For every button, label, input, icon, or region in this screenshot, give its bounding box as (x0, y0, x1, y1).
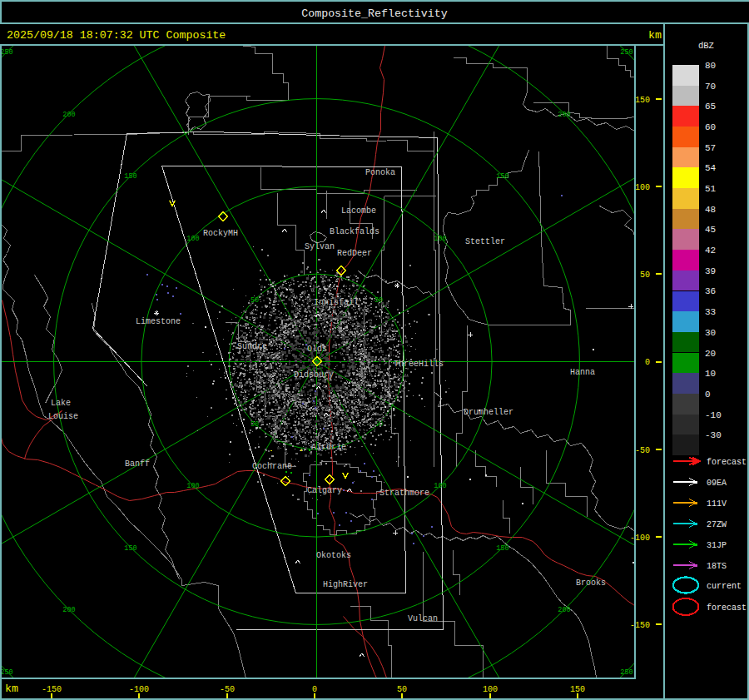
svg-text:Okotoks: Okotoks (316, 551, 351, 560)
svg-text:Strathmore: Strathmore (379, 489, 429, 498)
svg-text:36: 36 (705, 286, 716, 296)
svg-text:54: 54 (705, 163, 717, 173)
svg-text:50: 50 (397, 685, 407, 694)
svg-text:0: 0 (645, 358, 650, 367)
svg-text:51: 51 (705, 184, 717, 194)
svg-text:-150: -150 (630, 621, 650, 630)
svg-text:250: 250 (0, 668, 12, 677)
svg-text:200: 200 (558, 606, 570, 614)
svg-text:Hanna: Hanna (570, 368, 595, 377)
svg-text:-100: -100 (129, 685, 149, 694)
svg-text:current: current (707, 582, 742, 591)
svg-text:48: 48 (705, 205, 716, 215)
svg-text:Limestone: Limestone (136, 317, 181, 326)
svg-text:Louise: Louise (48, 412, 78, 421)
svg-text:70: 70 (705, 82, 716, 92)
svg-text:Didsbury: Didsbury (294, 370, 334, 380)
svg-text:Sylvan: Sylvan (305, 242, 335, 251)
svg-text:-30: -30 (705, 430, 722, 440)
svg-text:Cochrane: Cochrane (252, 462, 292, 471)
svg-text:10: 10 (705, 369, 716, 379)
svg-text:150: 150 (124, 544, 136, 553)
svg-text:Brooks: Brooks (576, 578, 606, 588)
svg-text:42: 42 (705, 246, 716, 256)
svg-text:150: 150 (635, 96, 650, 105)
svg-text:-100: -100 (630, 534, 650, 543)
svg-text:200: 200 (62, 606, 75, 614)
svg-text:150: 150 (570, 685, 585, 694)
svg-text:RockyMH: RockyMH (203, 229, 238, 238)
svg-text:100: 100 (434, 482, 446, 490)
svg-text:65: 65 (705, 102, 716, 112)
svg-text:Lacombe: Lacombe (341, 206, 376, 216)
svg-text:250: 250 (620, 668, 632, 677)
svg-text:100: 100 (434, 235, 446, 243)
svg-text:Calgary: Calgary (307, 486, 342, 495)
svg-text:20: 20 (705, 349, 716, 359)
svg-text:39: 39 (705, 266, 716, 276)
svg-text:km: km (5, 683, 18, 695)
svg-text:100: 100 (186, 482, 199, 490)
svg-text:0: 0 (312, 685, 317, 694)
svg-text:27ZW: 27ZW (707, 520, 727, 529)
svg-text:Olds: Olds (307, 345, 327, 354)
svg-text:Stettler: Stettler (465, 237, 505, 246)
svg-text:18TS: 18TS (707, 562, 727, 571)
svg-text:Drumheller: Drumheller (464, 408, 513, 417)
svg-text:33: 33 (705, 307, 716, 317)
svg-text:100: 100 (635, 183, 650, 192)
svg-text:-10: -10 (705, 410, 722, 420)
svg-text:Banff: Banff (125, 459, 150, 469)
svg-text:150: 150 (496, 544, 508, 553)
svg-text:Innisfail: Innisfail (314, 298, 359, 307)
svg-text:Airdrie: Airdrie (311, 443, 346, 452)
svg-text:-50: -50 (220, 685, 235, 694)
svg-text:HighRiver: HighRiver (323, 580, 368, 589)
svg-text:forecast: forecast (707, 603, 747, 613)
svg-text:Vulcan: Vulcan (408, 614, 438, 623)
svg-text:60: 60 (705, 122, 716, 132)
svg-text:ThreeHills: ThreeHills (394, 360, 444, 369)
svg-text:forecast: forecast (707, 458, 747, 467)
svg-text:Lake: Lake (51, 399, 71, 408)
svg-text:Sundre: Sundre (237, 342, 267, 351)
svg-text:-150: -150 (42, 685, 62, 694)
svg-text:Composite_Reflectivity: Composite_Reflectivity (301, 7, 448, 20)
svg-text:-50: -50 (635, 446, 650, 455)
svg-text:200: 200 (62, 111, 75, 119)
svg-text:100: 100 (483, 685, 498, 694)
svg-text:Ponoka: Ponoka (365, 168, 395, 177)
svg-text:250: 250 (0, 48, 12, 57)
svg-text:0: 0 (705, 390, 711, 400)
svg-text:km: km (648, 29, 662, 42)
svg-text:150: 150 (124, 172, 136, 181)
svg-text:30: 30 (705, 328, 716, 338)
svg-text:50: 50 (640, 271, 650, 280)
svg-text:Blackfalds: Blackfalds (330, 227, 379, 236)
svg-text:31JP: 31JP (707, 541, 727, 550)
svg-text:150: 150 (496, 172, 508, 181)
svg-text:RedDeer: RedDeer (337, 249, 372, 258)
svg-text:45: 45 (705, 225, 716, 235)
svg-text:2025/09/18 18:07:32 UTC Compos: 2025/09/18 18:07:32 UTC Composite (7, 29, 226, 42)
svg-text:57: 57 (705, 143, 716, 153)
svg-text:09EA: 09EA (707, 479, 727, 488)
svg-text:80: 80 (705, 61, 716, 71)
svg-text:111V: 111V (707, 499, 727, 509)
svg-text:dBZ: dBZ (698, 41, 714, 51)
svg-text:100: 100 (186, 235, 199, 243)
svg-text:250: 250 (620, 48, 632, 57)
svg-text:200: 200 (558, 111, 570, 119)
